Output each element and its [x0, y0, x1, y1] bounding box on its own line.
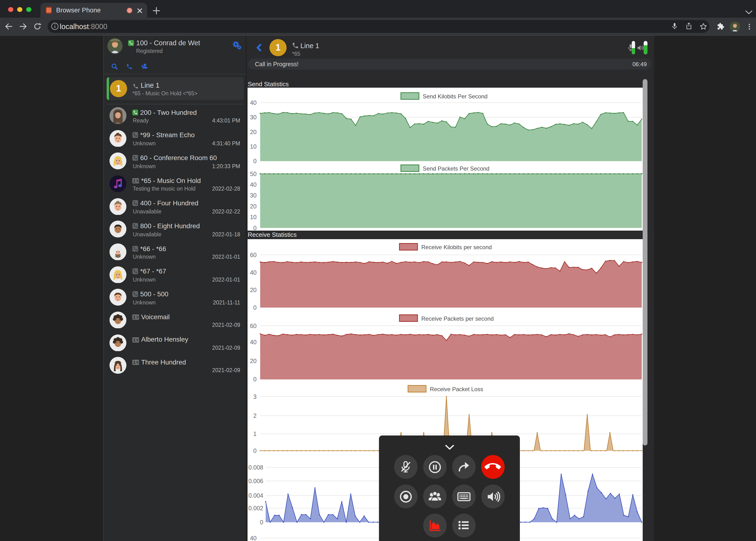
svg-text:Send Packets Per Second: Send Packets Per Second — [423, 165, 489, 172]
svg-text:Receive Packets per second: Receive Packets per second — [421, 315, 494, 322]
svg-text:0.006: 0.006 — [248, 478, 263, 484]
svg-text:20: 20 — [250, 203, 257, 210]
svg-text:0: 0 — [253, 376, 257, 382]
svg-text:0: 0 — [260, 519, 263, 526]
svg-text:30: 30 — [250, 192, 257, 199]
svg-text:0: 0 — [253, 447, 257, 454]
svg-text:0: 0 — [253, 158, 257, 164]
svg-text:20: 20 — [250, 357, 257, 364]
svg-text:0: 0 — [253, 304, 257, 311]
svg-text:Receive Packet Loss: Receive Packet Loss — [430, 386, 483, 392]
svg-text:0.004: 0.004 — [248, 492, 263, 499]
svg-text:10: 10 — [250, 143, 257, 150]
svg-text:30: 30 — [250, 114, 257, 121]
svg-text:20: 20 — [250, 286, 257, 293]
svg-text:60: 60 — [250, 252, 257, 258]
svg-text:1: 1 — [253, 430, 257, 437]
svg-text:2: 2 — [253, 412, 257, 419]
svg-text:40: 40 — [250, 269, 257, 276]
svg-text:10: 10 — [250, 214, 257, 220]
svg-text:0.008: 0.008 — [248, 464, 263, 471]
svg-text:60: 60 — [250, 322, 257, 329]
svg-text:Send Kilobits Per Second: Send Kilobits Per Second — [423, 93, 487, 100]
svg-text:20: 20 — [250, 129, 257, 135]
svg-text:Receive Kilobits per second: Receive Kilobits per second — [421, 244, 492, 251]
svg-text:3: 3 — [253, 393, 257, 400]
svg-text:40: 40 — [250, 535, 257, 541]
svg-text:0.002: 0.002 — [248, 505, 263, 511]
svg-text:50: 50 — [250, 171, 257, 177]
svg-text:40: 40 — [250, 339, 257, 345]
svg-text:40: 40 — [250, 99, 257, 106]
svg-text:40: 40 — [250, 181, 257, 188]
